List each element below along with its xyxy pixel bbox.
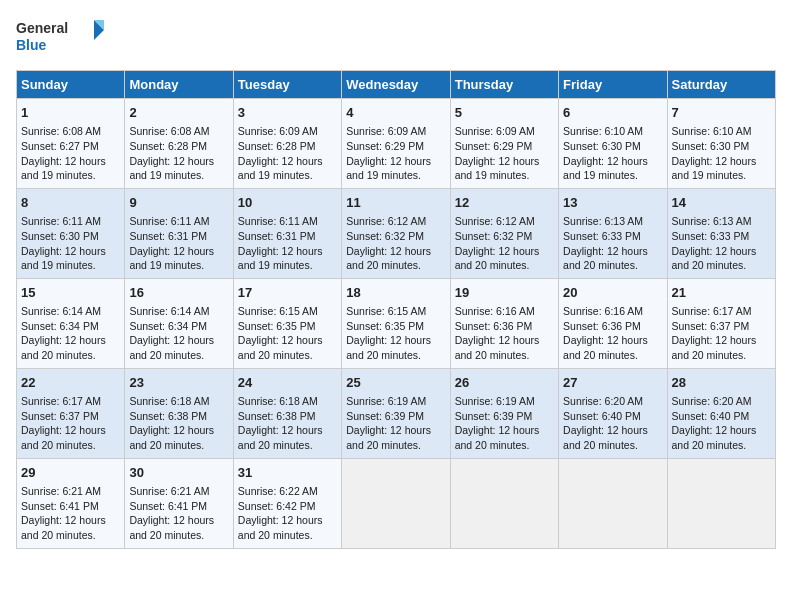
day-number: 15 [21, 284, 120, 302]
day-number: 9 [129, 194, 228, 212]
daylight-minutes: and 19 minutes. [238, 169, 313, 181]
daylight-minutes: and 19 minutes. [129, 169, 204, 181]
calendar-cell: 4Sunrise: 6:09 AMSunset: 6:29 PMDaylight… [342, 99, 450, 189]
sunrise-label: Sunrise: 6:20 AM [672, 395, 752, 407]
calendar-cell: 13Sunrise: 6:13 AMSunset: 6:33 PMDayligh… [559, 188, 667, 278]
day-number: 27 [563, 374, 662, 392]
sunrise-label: Sunrise: 6:11 AM [129, 215, 209, 227]
sunset-label: Sunset: 6:38 PM [238, 410, 316, 422]
calendar-cell [559, 458, 667, 548]
sunset-label: Sunset: 6:39 PM [455, 410, 533, 422]
sunrise-label: Sunrise: 6:11 AM [238, 215, 318, 227]
calendar-cell: 21Sunrise: 6:17 AMSunset: 6:37 PMDayligh… [667, 278, 775, 368]
sunrise-label: Sunrise: 6:08 AM [129, 125, 209, 137]
sunrise-label: Sunrise: 6:17 AM [21, 395, 101, 407]
sunset-label: Sunset: 6:30 PM [563, 140, 641, 152]
logo: General Blue [16, 16, 106, 58]
calendar-week-5: 29Sunrise: 6:21 AMSunset: 6:41 PMDayligh… [17, 458, 776, 548]
day-number: 7 [672, 104, 771, 122]
header-tuesday: Tuesday [233, 71, 341, 99]
sunset-label: Sunset: 6:39 PM [346, 410, 424, 422]
calendar-cell: 19Sunrise: 6:16 AMSunset: 6:36 PMDayligh… [450, 278, 558, 368]
day-number: 26 [455, 374, 554, 392]
calendar-cell: 8Sunrise: 6:11 AMSunset: 6:30 PMDaylight… [17, 188, 125, 278]
sunrise-label: Sunrise: 6:18 AM [238, 395, 318, 407]
sunset-label: Sunset: 6:40 PM [563, 410, 641, 422]
sunrise-label: Sunrise: 6:10 AM [672, 125, 752, 137]
calendar-cell: 11Sunrise: 6:12 AMSunset: 6:32 PMDayligh… [342, 188, 450, 278]
calendar-week-3: 15Sunrise: 6:14 AMSunset: 6:34 PMDayligh… [17, 278, 776, 368]
calendar-week-4: 22Sunrise: 6:17 AMSunset: 6:37 PMDayligh… [17, 368, 776, 458]
daylight-minutes: and 19 minutes. [455, 169, 530, 181]
sunset-label: Sunset: 6:27 PM [21, 140, 99, 152]
daylight-minutes: and 20 minutes. [672, 259, 747, 271]
sunset-label: Sunset: 6:41 PM [129, 500, 207, 512]
sunrise-label: Sunrise: 6:12 AM [346, 215, 426, 227]
day-number: 2 [129, 104, 228, 122]
svg-text:General: General [16, 20, 68, 36]
daylight-label: Daylight: 12 hours [455, 245, 540, 257]
daylight-label: Daylight: 12 hours [21, 155, 106, 167]
sunrise-label: Sunrise: 6:21 AM [129, 485, 209, 497]
sunset-label: Sunset: 6:28 PM [129, 140, 207, 152]
calendar-cell: 2Sunrise: 6:08 AMSunset: 6:28 PMDaylight… [125, 99, 233, 189]
sunrise-label: Sunrise: 6:15 AM [346, 305, 426, 317]
daylight-minutes: and 20 minutes. [346, 439, 421, 451]
calendar-cell: 14Sunrise: 6:13 AMSunset: 6:33 PMDayligh… [667, 188, 775, 278]
sunset-label: Sunset: 6:34 PM [129, 320, 207, 332]
calendar-cell: 18Sunrise: 6:15 AMSunset: 6:35 PMDayligh… [342, 278, 450, 368]
sunrise-label: Sunrise: 6:09 AM [238, 125, 318, 137]
day-number: 10 [238, 194, 337, 212]
daylight-label: Daylight: 12 hours [672, 245, 757, 257]
sunrise-label: Sunrise: 6:08 AM [21, 125, 101, 137]
daylight-label: Daylight: 12 hours [238, 334, 323, 346]
daylight-minutes: and 20 minutes. [21, 349, 96, 361]
daylight-label: Daylight: 12 hours [346, 424, 431, 436]
calendar-cell: 24Sunrise: 6:18 AMSunset: 6:38 PMDayligh… [233, 368, 341, 458]
daylight-label: Daylight: 12 hours [455, 334, 540, 346]
calendar-cell: 29Sunrise: 6:21 AMSunset: 6:41 PMDayligh… [17, 458, 125, 548]
sunset-label: Sunset: 6:30 PM [672, 140, 750, 152]
daylight-minutes: and 19 minutes. [129, 259, 204, 271]
calendar-week-1: 1Sunrise: 6:08 AMSunset: 6:27 PMDaylight… [17, 99, 776, 189]
sunrise-label: Sunrise: 6:13 AM [563, 215, 643, 227]
day-number: 4 [346, 104, 445, 122]
sunrise-label: Sunrise: 6:20 AM [563, 395, 643, 407]
calendar-cell: 15Sunrise: 6:14 AMSunset: 6:34 PMDayligh… [17, 278, 125, 368]
sunset-label: Sunset: 6:41 PM [21, 500, 99, 512]
calendar-header-row: SundayMondayTuesdayWednesdayThursdayFrid… [17, 71, 776, 99]
calendar-cell: 10Sunrise: 6:11 AMSunset: 6:31 PMDayligh… [233, 188, 341, 278]
daylight-minutes: and 20 minutes. [129, 349, 204, 361]
daylight-label: Daylight: 12 hours [21, 424, 106, 436]
sunrise-label: Sunrise: 6:14 AM [21, 305, 101, 317]
header-thursday: Thursday [450, 71, 558, 99]
sunrise-label: Sunrise: 6:13 AM [672, 215, 752, 227]
sunset-label: Sunset: 6:32 PM [346, 230, 424, 242]
daylight-label: Daylight: 12 hours [563, 334, 648, 346]
calendar-cell: 17Sunrise: 6:15 AMSunset: 6:35 PMDayligh… [233, 278, 341, 368]
calendar-cell: 22Sunrise: 6:17 AMSunset: 6:37 PMDayligh… [17, 368, 125, 458]
daylight-label: Daylight: 12 hours [563, 245, 648, 257]
calendar-cell: 20Sunrise: 6:16 AMSunset: 6:36 PMDayligh… [559, 278, 667, 368]
sunrise-label: Sunrise: 6:16 AM [455, 305, 535, 317]
day-number: 12 [455, 194, 554, 212]
daylight-minutes: and 20 minutes. [238, 439, 313, 451]
sunset-label: Sunset: 6:35 PM [346, 320, 424, 332]
daylight-minutes: and 20 minutes. [455, 439, 530, 451]
calendar-table: SundayMondayTuesdayWednesdayThursdayFrid… [16, 70, 776, 549]
daylight-label: Daylight: 12 hours [238, 514, 323, 526]
calendar-cell [450, 458, 558, 548]
daylight-minutes: and 19 minutes. [238, 259, 313, 271]
calendar-cell: 12Sunrise: 6:12 AMSunset: 6:32 PMDayligh… [450, 188, 558, 278]
calendar-cell: 1Sunrise: 6:08 AMSunset: 6:27 PMDaylight… [17, 99, 125, 189]
daylight-minutes: and 20 minutes. [563, 349, 638, 361]
header-wednesday: Wednesday [342, 71, 450, 99]
daylight-minutes: and 19 minutes. [563, 169, 638, 181]
daylight-minutes: and 19 minutes. [21, 259, 96, 271]
calendar-cell: 25Sunrise: 6:19 AMSunset: 6:39 PMDayligh… [342, 368, 450, 458]
calendar-cell: 7Sunrise: 6:10 AMSunset: 6:30 PMDaylight… [667, 99, 775, 189]
sunset-label: Sunset: 6:37 PM [21, 410, 99, 422]
svg-text:Blue: Blue [16, 37, 47, 53]
calendar-cell: 16Sunrise: 6:14 AMSunset: 6:34 PMDayligh… [125, 278, 233, 368]
day-number: 16 [129, 284, 228, 302]
